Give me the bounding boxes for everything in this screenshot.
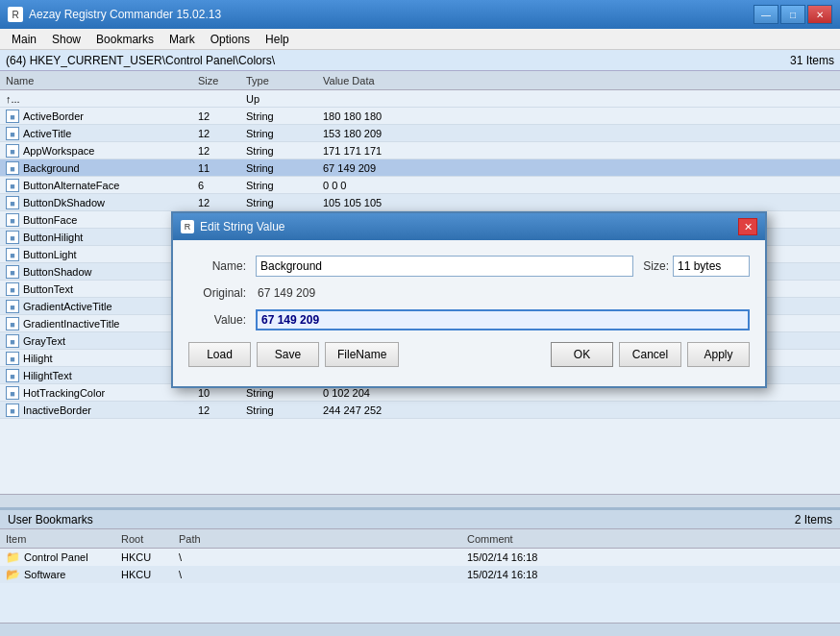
dialog-close-button[interactable]: ✕ <box>738 218 757 235</box>
dialog-name-label: Name: <box>188 259 256 273</box>
dialog-name-input[interactable] <box>256 256 633 277</box>
save-button[interactable]: Save <box>257 342 319 367</box>
load-button[interactable]: Load <box>188 342 251 367</box>
dialog-title: Edit String Value <box>200 220 285 233</box>
dialog-original-row: Original: 67 149 209 <box>188 286 750 300</box>
dialog-original-label: Original: <box>188 286 256 300</box>
dialog-btn-group-left: Load Save FileName <box>188 342 399 367</box>
dialog-original-value: 67 149 209 <box>256 286 750 300</box>
dialog-buttons: Load Save FileName OK Cancel Apply <box>188 342 750 371</box>
ok-button[interactable]: OK <box>551 342 613 367</box>
dialog-value-label: Value: <box>188 313 256 327</box>
dialog-btn-group-right: OK Cancel Apply <box>551 342 750 367</box>
dialog-content: Name: Size: 11 bytes Original: 67 149 20… <box>173 240 765 386</box>
dialog-size-label: Size: <box>643 259 669 273</box>
dialog-icon: R <box>181 220 194 233</box>
cancel-button[interactable]: Cancel <box>619 342 681 367</box>
dialog-value-input[interactable] <box>256 309 750 330</box>
modal-overlay: R Edit String Value ✕ Name: Size: 11 byt… <box>0 0 840 636</box>
dialog-title-bar: R Edit String Value ✕ <box>173 213 765 240</box>
edit-string-dialog: R Edit String Value ✕ Name: Size: 11 byt… <box>171 211 767 388</box>
dialog-value-row: Value: <box>188 309 750 330</box>
dialog-name-row: Name: Size: 11 bytes <box>188 256 750 277</box>
apply-button[interactable]: Apply <box>687 342 750 367</box>
dialog-size-value: 11 bytes <box>673 256 750 277</box>
filename-button[interactable]: FileName <box>325 342 399 367</box>
